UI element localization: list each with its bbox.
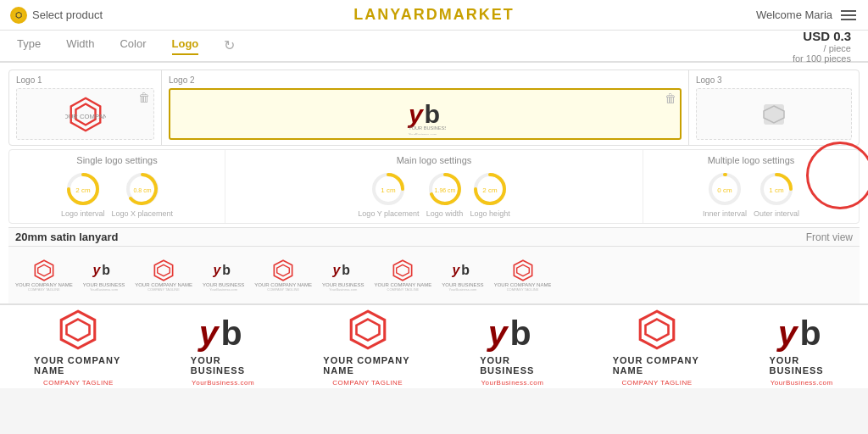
svg-marker-40	[516, 264, 529, 275]
company-tagline-2: YourBusiness.com	[192, 379, 254, 387]
logo-y-label: Logo Y placement	[358, 209, 419, 218]
hex-small-icon	[511, 259, 535, 282]
tab-logo[interactable]: Logo	[172, 37, 199, 55]
logo1-delete[interactable]: 🗑	[138, 91, 150, 104]
logo-x-label: Logo X placement	[111, 209, 173, 218]
tab-width[interactable]: Width	[66, 37, 94, 55]
svg-marker-32	[277, 264, 290, 275]
svg-text:1.96 cm: 1.96 cm	[434, 187, 455, 193]
bottom-item-2: y b YOUR BUSINESS YourBusiness.com	[191, 308, 256, 387]
company-tagline-1: COMPANY TAGLINE	[43, 379, 114, 387]
yb-bottom-icon: y b	[198, 308, 248, 352]
svg-rect-7	[764, 104, 784, 125]
logo-section-2: Logo 2 y b YOUR BUSINESS YourBusiness.co…	[162, 70, 689, 145]
company-tagline-5: COMPANY TAGLINE	[622, 379, 693, 387]
logo3-placeholder-icon	[760, 101, 787, 128]
company-name-1: YOUR COMPANY NAME	[34, 355, 123, 376]
outer-interval-dial[interactable]: 1 cm	[758, 170, 795, 208]
svg-text:y: y	[92, 263, 102, 277]
svg-text:YourBusiness.com: YourBusiness.com	[409, 131, 437, 134]
logo-y-knob: 1 cm Logo Y placement	[358, 170, 419, 218]
logo-interval-dial[interactable]: 2 cm	[64, 170, 102, 208]
logo2-label: Logo 2	[169, 75, 682, 85]
price-value: USD 0.3	[793, 29, 851, 43]
svg-text:0 cm: 0 cm	[717, 186, 732, 194]
svg-text:1 cm: 1 cm	[769, 186, 784, 194]
svg-text:y: y	[776, 313, 799, 351]
hex-bottom-icon-3	[635, 308, 679, 352]
svg-marker-42	[67, 319, 90, 340]
single-knobs: 2 cm Logo interval 0.8 cm Logo X placeme…	[16, 170, 218, 218]
price-unit: / piece for 100 pieces	[793, 43, 851, 64]
hex-logo-1: YOUR COMPANY	[65, 94, 106, 135]
list-item: y b YOUR BUSINESS YourBusiness.com	[203, 259, 244, 292]
price-area: USD 0.3 / piece for 100 pieces	[793, 29, 851, 64]
svg-text:y: y	[407, 99, 425, 128]
main-logo-settings: Main logo settings 1 cm Logo Y placement…	[225, 150, 643, 223]
multiple-logo-settings: Multiple logo settings 0 cm Inner interv…	[643, 150, 859, 223]
price-unit-text: / piece	[824, 43, 851, 53]
inner-interval-label: Inner interval	[703, 209, 747, 218]
company-name-2: YOUR BUSINESS	[191, 355, 256, 376]
svg-marker-50	[646, 319, 669, 340]
company-tagline-4: YourBusiness.com	[481, 379, 543, 387]
bottom-item-4: y b YOUR BUSINESS YourBusiness.com	[480, 308, 545, 387]
company-name-5: YOUR COMPANY NAME	[613, 355, 702, 376]
outer-interval-label: Outer interval	[754, 209, 799, 218]
yb-logo-2: y b YOUR BUSINESS YourBusiness.com	[405, 94, 446, 135]
svg-text:y: y	[331, 263, 341, 277]
main-knobs: 1 cm Logo Y placement 1.96 cm Logo width	[232, 170, 636, 218]
tab-type[interactable]: Type	[17, 37, 41, 55]
multiple-settings-title: Multiple logo settings	[650, 155, 852, 165]
menu-button[interactable]	[841, 10, 856, 20]
logo1-preview[interactable]: YOUR COMPANY 🗑	[16, 88, 154, 140]
company-name-6: YOUR BUSINESS	[769, 355, 834, 376]
logo-height-dial[interactable]: 2 cm	[471, 170, 509, 208]
logo-section-3: Logo 3	[689, 70, 859, 145]
refresh-icon[interactable]: ↻	[224, 37, 235, 55]
multiple-knobs: 0 cm Inner interval 1 cm Outer interval	[650, 170, 852, 218]
logo1-label: Logo 1	[16, 75, 154, 85]
svg-text:b: b	[799, 313, 821, 351]
brand-title: LANYARDMARKET	[136, 6, 732, 24]
logo-interval-knob: 2 cm Logo interval	[61, 170, 105, 218]
svg-text:b: b	[342, 263, 350, 277]
settings-row: Single logo settings 2 cm Logo interval …	[8, 149, 860, 224]
logo3-preview[interactable]	[696, 88, 852, 140]
select-product-label[interactable]: Select product	[32, 8, 103, 21]
company-name-3: YOUR COMPANY NAME	[323, 355, 412, 376]
main-content: Logo 1 YOUR COMPANY 🗑 Logo 2 y b YOUR BU…	[0, 63, 868, 303]
view-label: Front view	[806, 231, 853, 243]
logo-x-dial[interactable]: 0.8 cm	[124, 170, 161, 208]
list-item: YOUR COMPANY NAME COMPANY TAGLINE	[254, 259, 312, 292]
logo2-preview[interactable]: y b YOUR BUSINESS YourBusiness.com 🗑	[169, 88, 682, 140]
yb-bottom-icon-2: y b	[487, 308, 537, 352]
header-left: ⬡ Select product	[0, 7, 136, 24]
list-item: y b YOUR BUSINESS YourBusiness.com	[442, 259, 483, 292]
price-note: for 100 pieces	[793, 53, 851, 64]
logo-y-dial[interactable]: 1 cm	[370, 170, 407, 208]
svg-text:y: y	[451, 263, 460, 277]
inner-interval-knob: 0 cm Inner interval	[703, 170, 747, 218]
svg-marker-24	[38, 264, 51, 275]
inner-interval-dial[interactable]: 0 cm	[706, 170, 743, 208]
svg-text:y: y	[487, 313, 509, 351]
logo2-delete[interactable]: 🗑	[665, 92, 676, 105]
svg-text:y: y	[212, 263, 221, 277]
list-item: y b YOUR BUSINESS YourBusiness.com	[83, 259, 125, 292]
svg-text:0.8 cm: 0.8 cm	[133, 187, 151, 193]
hex-small-icon	[391, 259, 415, 282]
welcome-label: Welcome Maria	[756, 8, 832, 21]
svg-marker-36	[397, 264, 409, 275]
single-logo-settings: Single logo settings 2 cm Logo interval …	[9, 150, 225, 223]
svg-text:b: b	[510, 313, 531, 351]
svg-text:b: b	[424, 99, 440, 128]
logo-width-dial[interactable]: 1.96 cm	[426, 170, 464, 208]
tab-color[interactable]: Color	[120, 37, 146, 55]
yb-small-icon: y b	[451, 259, 475, 282]
hex-small-icon	[271, 259, 295, 282]
list-item: YOUR COMPANY NAME COMPANY TAGLINE	[494, 259, 552, 292]
tabs-bar: Type Width Color Logo ↻ USD 0.3 / piece …	[0, 31, 868, 63]
yb-small-icon: y b	[212, 259, 236, 282]
yb-bottom-icon-3: y b	[776, 308, 827, 352]
